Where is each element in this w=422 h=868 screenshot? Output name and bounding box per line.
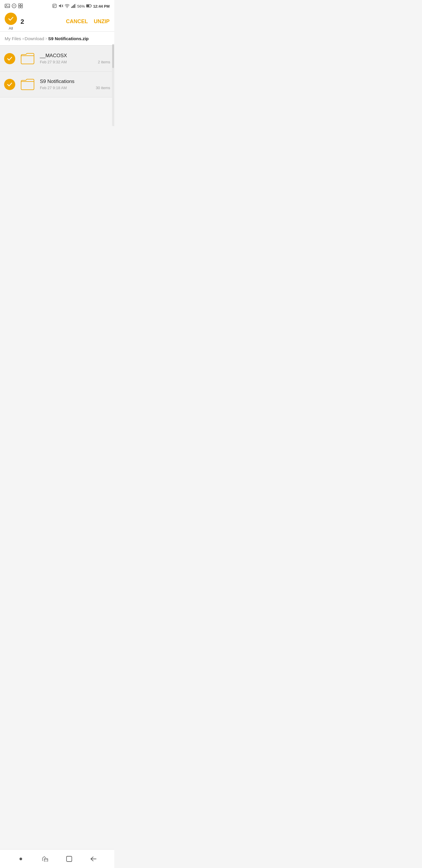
minus-circle-icon [12,3,17,9]
file-date-macosx: Feb 27 9:32 AM [40,60,67,64]
unzip-button[interactable]: UNZIP [94,17,109,26]
clock: 12:44 PM [93,4,109,8]
file-count-s9notifications: 30 items [96,86,110,90]
breadcrumb-separator-1: » [22,36,24,41]
battery-icon [86,4,92,8]
breadcrumb-zip-file[interactable]: S9 Notifications.zip [48,36,89,41]
mute-icon [58,3,63,9]
status-bar-left-icons [5,3,23,9]
back-button[interactable] [87,852,100,866]
select-all-wrapper[interactable]: All [5,12,17,31]
breadcrumb-my-files[interactable]: My Files [5,36,21,41]
file-item-macosx[interactable]: __MACOSX Feb 27 9:32 AM 2 items [0,46,114,71]
breadcrumb-separator-2: › [45,36,47,41]
status-bar: 56% 12:44 PM [0,0,114,12]
file-list: __MACOSX Feb 27 9:32 AM 2 items [0,46,114,97]
status-bar-right-icons: 56% 12:44 PM [52,3,109,9]
svg-rect-16 [75,4,76,8]
bottom-navigation [0,849,114,868]
svg-rect-20 [44,859,48,862]
file-item-s9notifications[interactable]: S9 Notifications Feb 27 9:18 AM 30 items [0,71,114,97]
file-name-macosx: __MACOSX [40,53,110,59]
recent-apps-button[interactable] [38,852,52,866]
app-container: 56% 12:44 PM All 2 CANCEL UNZIP [0,0,114,868]
file-meta-macosx: Feb 27 9:32 AM 2 items [40,60,110,64]
svg-rect-6 [19,6,20,8]
folder-icon-s9notifications [20,78,35,92]
file-info-s9notifications: S9 Notifications Feb 27 9:18 AM 30 items [40,79,110,90]
scrollbar-track[interactable] [112,44,114,126]
svg-rect-13 [72,6,73,8]
wifi-icon [64,4,70,9]
double-chevron-icon-1: » [22,36,24,41]
file-info-macosx: __MACOSX Feb 27 9:32 AM 2 items [40,53,110,64]
svg-rect-22 [67,856,72,862]
select-all-button[interactable] [5,12,17,25]
nfc-icon [52,3,57,9]
file-date-s9notifications: Feb 27 9:18 AM [40,86,67,90]
checkbox-macosx[interactable] [4,53,15,64]
empty-area [0,97,114,868]
svg-point-19 [20,858,22,860]
svg-rect-14 [73,5,74,8]
home-button[interactable] [14,852,28,866]
all-label: All [9,26,13,31]
svg-rect-15 [74,4,75,8]
selected-count: 2 [21,18,66,26]
svg-rect-7 [21,6,23,8]
signal-icon [71,4,76,9]
checkbox-s9notifications[interactable] [4,79,15,90]
chevron-right-icon: › [45,36,47,41]
svg-point-11 [67,7,67,8]
file-meta-s9notifications: Feb 27 9:18 AM 30 items [40,86,110,90]
svg-rect-5 [21,4,23,6]
cancel-button[interactable]: CANCEL [66,17,88,26]
scrollbar-thumb[interactable] [112,44,114,68]
grid-icon [18,3,23,9]
breadcrumb-download[interactable]: Download [25,36,44,41]
svg-rect-0 [5,4,10,8]
file-count-macosx: 2 items [98,60,110,64]
square-button[interactable] [62,852,76,866]
breadcrumb: My Files » Download › S9 Notifications.z… [0,32,114,46]
svg-point-1 [6,5,7,6]
action-bar: All 2 CANCEL UNZIP [0,12,114,32]
file-name-s9notifications: S9 Notifications [40,79,110,85]
image-status-icon [5,4,10,9]
svg-rect-12 [71,7,72,8]
battery-percentage: 56% [77,4,85,8]
folder-icon-macosx [20,52,35,66]
svg-rect-18 [87,5,89,7]
svg-rect-4 [19,4,20,6]
